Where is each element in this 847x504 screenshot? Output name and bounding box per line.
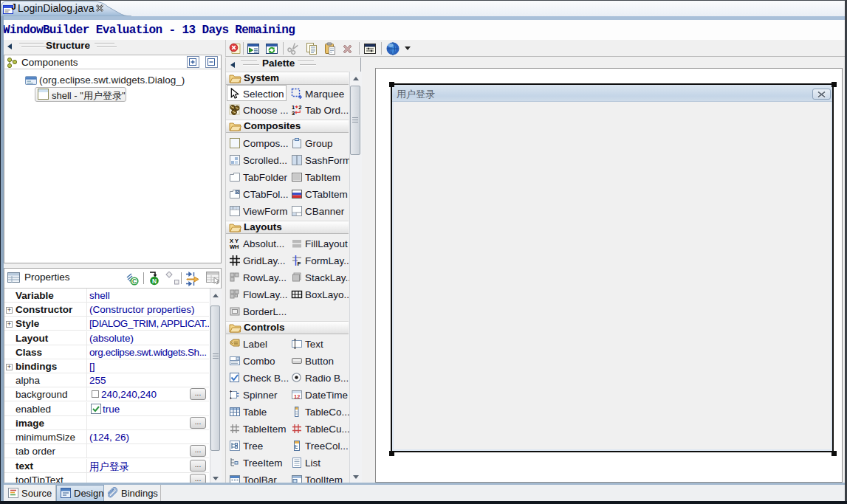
svg-text:J: J xyxy=(12,3,16,11)
svg-text:2: 2 xyxy=(298,104,301,111)
svg-text:12: 12 xyxy=(294,393,300,400)
svg-text:F: F xyxy=(298,260,301,266)
svg-text:C: C xyxy=(132,277,137,285)
svg-text:N: N xyxy=(152,277,157,285)
svg-text:3: 3 xyxy=(292,110,295,116)
svg-text:H: H xyxy=(235,244,239,249)
